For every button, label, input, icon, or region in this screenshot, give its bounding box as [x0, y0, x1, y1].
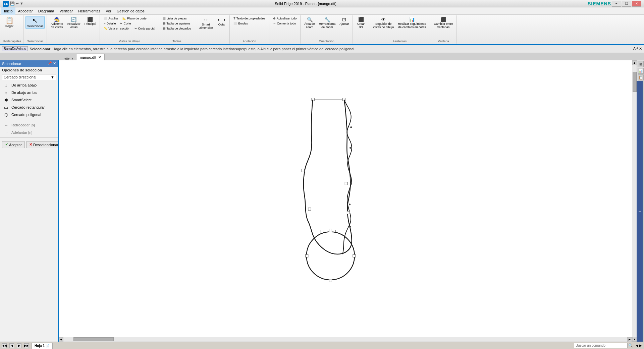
- menu-abocetar[interactable]: Abocetar: [15, 7, 36, 15]
- ribbon-btn-bordes[interactable]: ⬜ Bordes: [232, 21, 250, 26]
- restore-btn[interactable]: ❐: [622, 1, 631, 7]
- sheet-icon: 📄: [46, 344, 50, 348]
- select-icon: ↖: [32, 17, 38, 24]
- arriba-abajo-label: De arriba abajo: [11, 83, 37, 87]
- ribbon-btn-corte[interactable]: ✂ Corte: [118, 21, 132, 26]
- ribbon-btn-corte-parcial[interactable]: ✂ Corte parcial: [133, 26, 157, 31]
- adelantar-label: Adelantar [n]: [11, 130, 32, 134]
- right-tool-2[interactable]: 📊: [638, 68, 644, 74]
- adelantar-icon: →: [3, 130, 9, 135]
- ribbon-btn-seleccionar[interactable]: ↖ Seleccionar: [25, 16, 45, 29]
- cmd-font-down[interactable]: A: [636, 47, 638, 51]
- right-tool-1[interactable]: ⊞: [638, 61, 644, 67]
- ribbon-group-anotacion: T Texto de propiedades ⬜ Bordes Anotació…: [230, 15, 269, 44]
- ribbon-btn-seguimiento[interactable]: 📊 Realizar seguimientode cambios en cota…: [396, 16, 428, 30]
- lista-piezas-icon: ☰: [163, 17, 166, 20]
- cmd-close[interactable]: ✕: [639, 47, 642, 51]
- accept-label: Aceptar: [9, 143, 22, 147]
- tab-menu[interactable]: ▼: [71, 57, 74, 60]
- command-search-input[interactable]: [574, 343, 628, 348]
- ribbon-btn-ajustar[interactable]: ⊡ Ajustar: [338, 16, 351, 26]
- cercado-poligonal-label: Cercado poligonal: [11, 113, 41, 117]
- ribbon-btn-tabla-plegados[interactable]: ⊞ Tabla de plegados: [161, 26, 193, 31]
- ribbon-btn-tabla-agujeros[interactable]: ⊞ Tabla de agujeros: [161, 21, 192, 26]
- menu-gestion[interactable]: Gestión de datos: [114, 7, 147, 15]
- ribbon-btn-actualizar[interactable]: 🔄 Actualizarvistas: [65, 16, 82, 30]
- ribbon-group-asistentes: 👁 Seguidor devistas de dibujo 📊 Realizar…: [369, 15, 430, 44]
- panel-item-smartselect[interactable]: ✱ SmartSelect: [0, 96, 58, 104]
- panel-item-cercado-poligonal[interactable]: ⬡ Cercado poligonal: [0, 111, 58, 118]
- panel-options-label[interactable]: Opciones de selección: [0, 67, 58, 73]
- tab-next[interactable]: ▶: [67, 57, 70, 60]
- scroll-thumb-horizontal[interactable]: [73, 337, 114, 341]
- ribbon-group-actualizar: ⊕ Actualizar todo → Convertir todo: [269, 15, 301, 44]
- scroll-track-horizontal[interactable]: [63, 337, 627, 342]
- main-area: Seleccionar 📌 ✕ Opciones de selección Ce…: [0, 60, 644, 342]
- ribbon-btn-lista-piezas[interactable]: ☰ Lista de piezas: [161, 16, 189, 21]
- ribbon-btn-auxiliar[interactable]: ⬜ Auxiliar: [102, 16, 120, 21]
- cercado-dropdown[interactable]: Cercado direccional ▼: [2, 74, 56, 80]
- ribbon-btn-asistente[interactable]: 🧙 Asistentede vistas: [49, 16, 65, 30]
- ribbon-btn-crear-3d[interactable]: ⬛ Crear3D: [355, 16, 367, 30]
- panel-item-arriba-abajo[interactable]: ↕ De arriba abajo: [0, 81, 58, 89]
- ribbon-btn-vista-seccion[interactable]: 📏 Vista en sección: [102, 26, 132, 31]
- scroll-thumb-vertical[interactable]: [633, 72, 637, 92]
- ribbon-btn-detalle[interactable]: ≡ Detalle: [102, 21, 117, 26]
- scroll-down-arrow[interactable]: ▼: [632, 337, 637, 342]
- ribbon-btn-herramienta-zoom[interactable]: 🔧 Herramientade zoom: [317, 16, 337, 30]
- svg-rect-16: [329, 279, 332, 282]
- menu-inicio[interactable]: Inicio: [1, 7, 15, 15]
- ribbon-btn-pegar[interactable]: 📋 Pegar: [3, 16, 15, 29]
- deselect-button[interactable]: ✕ Desseleccionar: [26, 141, 59, 148]
- ribbon-btn-smart-dimension[interactable]: ↔ SmartDimension: [197, 16, 215, 31]
- command-label: Seleccionar: [30, 47, 51, 51]
- canvas-area[interactable]: ▲ ▼ ◀ ▶: [59, 60, 637, 342]
- panel-item-abajo-arriba[interactable]: ↕ De abajo arriba: [0, 89, 58, 96]
- cercado-rect-icon: ▭: [3, 105, 9, 110]
- panel-pin-icon[interactable]: 📌: [48, 61, 52, 66]
- panel-item-cercado-rect[interactable]: ▭ Cercado rectangular: [0, 104, 58, 111]
- ribbon-btn-convertir-todo[interactable]: → Convertir todo: [271, 21, 298, 26]
- ribbon-btn-actualizar-todo[interactable]: ⊕ Actualizar todo: [271, 16, 299, 21]
- svg-rect-15: [329, 229, 332, 232]
- nav-last[interactable]: ▶▶: [24, 343, 29, 348]
- tab-prev[interactable]: ◀: [64, 57, 67, 60]
- scroll-track-vertical[interactable]: [632, 65, 637, 337]
- ribbon-btn-cambiar-ventana[interactable]: ⬛ Cambiar entreventanas: [432, 16, 454, 30]
- cercado-poligonal-icon: ⬡: [3, 112, 9, 117]
- nav-first[interactable]: ◀◀: [2, 343, 7, 348]
- ribbon-btn-area-zoom[interactable]: 🔍 Área dezoom: [303, 16, 317, 30]
- retroceder-icon: ←: [3, 122, 9, 128]
- close-btn[interactable]: ✕: [632, 1, 641, 7]
- panel-close-icon[interactable]: ✕: [53, 61, 56, 66]
- horizontal-scrollbar[interactable]: ◀ ▶: [59, 337, 632, 342]
- ribbon-btn-texto-prop[interactable]: T Texto de propiedades: [232, 16, 267, 21]
- sheet-tab-hoja1[interactable]: Hoja 1 📄: [32, 343, 53, 349]
- tab-close-btn[interactable]: ✕: [98, 55, 101, 59]
- vertical-scrollbar[interactable]: ▲ ▼: [632, 60, 637, 342]
- ribbon-btn-plano-corte[interactable]: 📐 Plano de corte: [121, 16, 148, 21]
- menu-diagrama[interactable]: Diagrama: [36, 7, 57, 15]
- ribbon-btn-principal[interactable]: ⬛ Principal: [83, 16, 98, 26]
- menu-ver[interactable]: Ver: [103, 7, 114, 15]
- right-tool-3[interactable]: 📋: [638, 74, 644, 80]
- scroll-up-arrow[interactable]: ▲: [632, 60, 637, 65]
- nav-prev[interactable]: ◀: [9, 343, 14, 348]
- accept-button[interactable]: ✓ Aceptar: [2, 141, 25, 148]
- herramienta-zoom-icon: 🔧: [324, 17, 330, 22]
- scroll-right-arrow[interactable]: ▶: [627, 337, 632, 342]
- scroll-left-arrow[interactable]: ◀: [59, 337, 63, 342]
- ribbon-btn-seguidor[interactable]: 👁 Seguidor devistas de dibujo: [371, 16, 395, 30]
- nav-next[interactable]: ▶: [17, 343, 21, 348]
- menu-verificar[interactable]: Verificar: [57, 7, 75, 15]
- facebook-sidebar[interactable]: f: [637, 81, 643, 342]
- cmd-font-up[interactable]: A: [633, 47, 636, 51]
- retroceder-label: Retroceder [b]: [11, 123, 35, 127]
- ribbon-btn-cota[interactable]: ⟷ Cota: [215, 16, 227, 27]
- app-icon: SE: [3, 1, 9, 7]
- tab-bar: ◀ ▶ ▼ mango.dft ✕: [0, 53, 644, 60]
- minimize-btn[interactable]: −: [612, 1, 621, 7]
- menu-herramientas[interactable]: Herramientas: [75, 7, 103, 15]
- svg-rect-5: [308, 208, 311, 211]
- tab-mango[interactable]: mango.dft ✕: [76, 54, 105, 60]
